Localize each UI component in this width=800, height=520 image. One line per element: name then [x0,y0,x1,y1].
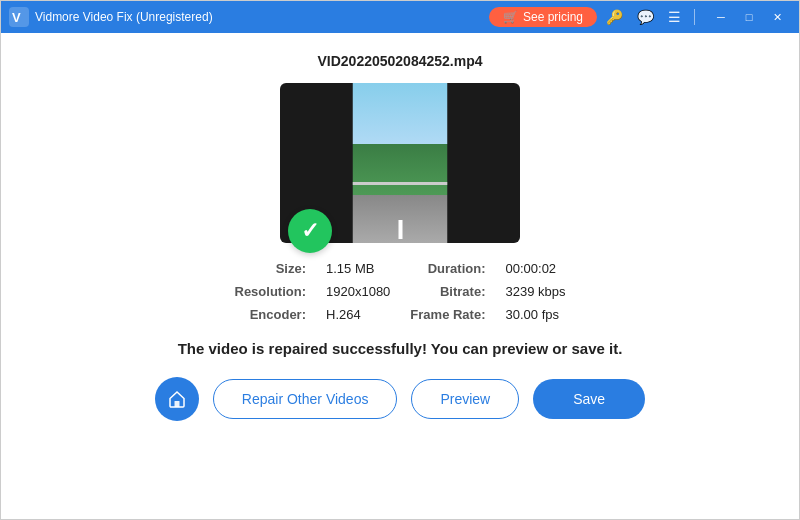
title-bar: V Vidmore Video Fix (Unregistered) 🛒 See… [1,1,799,33]
minimize-button[interactable]: ─ [707,3,735,31]
video-frame [353,83,448,243]
video-wrapper: ✓ [280,83,520,243]
framerate-label: Frame Rate: [410,307,485,322]
size-label: Size: [235,261,307,276]
sky-layer [353,83,448,144]
divider [694,9,695,25]
see-pricing-label: See pricing [523,10,583,24]
file-title: VID20220502084252.mp4 [317,53,482,69]
duration-value: 00:00:02 [505,261,565,276]
size-value: 1.15 MB [326,261,390,276]
save-button[interactable]: Save [533,379,645,419]
close-button[interactable]: ✕ [763,3,791,31]
framerate-value: 30.00 fps [505,307,565,322]
resolution-value: 1920x1080 [326,284,390,299]
duration-label: Duration: [410,261,485,276]
key-icon-button[interactable]: 🔑 [601,7,628,27]
chat-icon-button[interactable]: 💬 [632,7,659,27]
svg-text:V: V [12,10,21,25]
preview-button[interactable]: Preview [411,379,519,419]
hills-layer [353,144,448,195]
road-layer [353,195,448,243]
bitrate-label: Bitrate: [410,284,485,299]
see-pricing-button[interactable]: 🛒 See pricing [489,7,597,27]
cart-icon: 🛒 [503,10,518,24]
repair-other-videos-button[interactable]: Repair Other Videos [213,379,398,419]
window-controls: ─ □ ✕ [707,3,791,31]
title-actions: 🛒 See pricing 🔑 💬 ☰ [489,7,699,27]
app-logo: V [9,7,29,27]
resolution-label: Resolution: [235,284,307,299]
maximize-button[interactable]: □ [735,3,763,31]
bitrate-value: 3239 kbps [505,284,565,299]
menu-icon-button[interactable]: ☰ [663,7,686,27]
home-icon [167,389,187,409]
success-checkmark: ✓ [288,209,332,253]
file-info: Size: 1.15 MB Duration: 00:00:02 Resolut… [235,261,566,322]
success-message: The video is repaired successfully! You … [178,340,623,357]
bottom-buttons: Repair Other Videos Preview Save [155,377,645,421]
home-button[interactable] [155,377,199,421]
svg-rect-2 [174,401,179,407]
encoder-value: H.264 [326,307,390,322]
encoder-label: Encoder: [235,307,307,322]
app-title: Vidmore Video Fix (Unregistered) [35,10,489,24]
main-content: VID20220502084252.mp4 ✓ Size: 1.15 MB Du… [1,33,799,520]
guardrail-layer [353,182,448,185]
